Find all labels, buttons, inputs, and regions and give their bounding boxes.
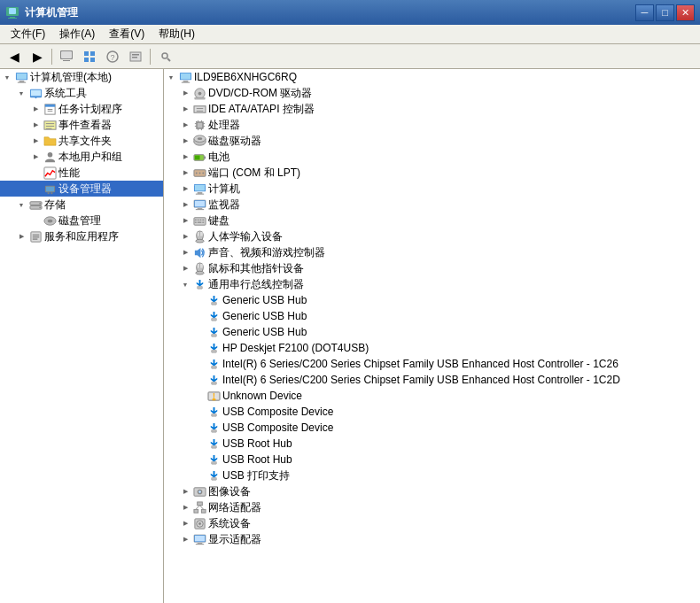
right-root[interactable]: ILD9EB6XNHGC6RQ [164, 69, 700, 85]
right-item-generic-hub-3[interactable]: Generic USB Hub [164, 324, 700, 340]
right-root-expander[interactable] [164, 70, 178, 84]
left-item-performance[interactable]: 性能 [0, 165, 163, 181]
usb-controller-icon [192, 277, 206, 291]
battery-expander[interactable] [178, 150, 192, 164]
system-tools-icon [28, 86, 43, 100]
toolbar-btn-help[interactable]: ? [102, 47, 123, 66]
right-item-mouse[interactable]: 鼠标和其他指针设备 [164, 260, 700, 276]
right-item-audio[interactable]: 声音、视频和游戏控制器 [164, 244, 700, 260]
right-item-usb-composite-1[interactable]: USB Composite Device [164, 404, 700, 420]
task-scheduler-expander[interactable] [28, 102, 43, 116]
left-item-storage[interactable]: 存储 [0, 197, 163, 213]
left-item-task-scheduler[interactable]: 任务计划程序 [0, 101, 163, 117]
right-item-cpu[interactable]: 处理器 [164, 117, 700, 133]
local-users-expander[interactable] [28, 150, 43, 164]
imaging-icon [192, 484, 206, 499]
menu-help[interactable]: 帮助(H) [152, 25, 202, 43]
right-item-network[interactable]: 网络适配器 [164, 499, 700, 515]
root-expander[interactable] [0, 70, 14, 84]
cpu-expander[interactable] [178, 118, 192, 132]
right-item-usb-controller[interactable]: 通用串行总线控制器 [164, 276, 700, 292]
forward-button[interactable]: ▶ [27, 47, 48, 66]
usb-controller-expander[interactable] [178, 277, 192, 291]
network-expander[interactable] [178, 500, 192, 514]
device-manager-label: 设备管理器 [58, 182, 112, 197]
right-item-ide[interactable]: IDE ATA/ATAPI 控制器 [164, 101, 700, 117]
port-expander[interactable] [178, 166, 192, 180]
left-item-event-viewer[interactable]: 事件查看器 [0, 117, 163, 133]
left-item-disk-management[interactable]: 磁盘管理 [0, 213, 163, 228]
svg-marker-104 [194, 247, 200, 257]
left-item-local-users[interactable]: 本地用户和组 [0, 149, 163, 165]
system-tools-expander[interactable] [14, 86, 28, 100]
display-expander[interactable] [178, 532, 192, 546]
disk-management-icon [43, 213, 57, 228]
computer-expander[interactable] [178, 182, 192, 196]
usb-print-icon [206, 468, 221, 483]
svg-point-41 [39, 202, 41, 204]
right-item-usb-composite-2[interactable]: USB Composite Device [164, 420, 700, 436]
audio-expander[interactable] [178, 245, 192, 259]
menu-action[interactable]: 操作(A) [52, 25, 102, 43]
right-item-disk[interactable]: 磁盘驱动器 [164, 133, 700, 149]
svg-point-24 [35, 97, 36, 98]
toolbar-btn-4[interactable] [154, 47, 175, 66]
right-item-port[interactable]: 端口 (COM 和 LPT) [164, 165, 700, 181]
right-item-intel-usb-1c26[interactable]: Intel(R) 6 Series/C200 Series Chipset Fa… [164, 356, 700, 372]
svg-rect-38 [51, 192, 52, 194]
right-item-imaging[interactable]: 图像设备 [164, 483, 700, 499]
shared-folders-expander[interactable] [28, 134, 43, 148]
keyboard-expander[interactable] [178, 213, 192, 228]
toolbar-btn-2[interactable] [79, 47, 100, 66]
maximize-button[interactable]: □ [656, 4, 674, 21]
mouse-expander[interactable] [178, 261, 192, 275]
toolbar-btn-3[interactable] [125, 47, 146, 66]
minimize-button[interactable]: ─ [635, 4, 654, 21]
svg-rect-113 [211, 334, 216, 336]
local-users-label: 本地用户和组 [58, 150, 122, 165]
svg-rect-130 [193, 509, 198, 513]
svg-rect-61 [197, 122, 202, 128]
imaging-expander[interactable] [178, 484, 192, 499]
back-button[interactable]: ◀ [4, 47, 25, 66]
right-item-generic-hub-2[interactable]: Generic USB Hub [164, 308, 700, 324]
right-item-intel-usb-1c2d[interactable]: Intel(R) 6 Series/C200 Series Chipset Fa… [164, 372, 700, 388]
svg-rect-1 [9, 8, 16, 14]
right-item-display[interactable]: 显示适配器 [164, 531, 700, 547]
dvd-expander[interactable] [178, 86, 192, 100]
left-item-device-manager[interactable]: 设备管理器 [0, 181, 163, 197]
right-item-unknown-device[interactable]: ! Unknown Device [164, 388, 700, 404]
system-devices-expander[interactable] [178, 516, 192, 530]
right-item-generic-hub-1[interactable]: Generic USB Hub [164, 292, 700, 308]
svg-rect-112 [211, 318, 216, 321]
right-item-monitor[interactable]: 监视器 [164, 197, 700, 213]
left-item-services[interactable]: 服务和应用程序 [0, 228, 163, 244]
right-item-usb-root-hub-1[interactable]: USB Root Hub [164, 436, 700, 452]
event-viewer-expander[interactable] [28, 118, 43, 132]
keyboard-icon [192, 213, 206, 228]
right-item-dvd[interactable]: DVD/CD-ROM 驱动器 [164, 85, 700, 101]
menu-file[interactable]: 文件(F) [4, 25, 52, 43]
toolbar-btn-1[interactable] [56, 47, 77, 66]
right-item-hp-printer[interactable]: HP Deskjet F2100 (DOT4USB) [164, 340, 700, 356]
right-item-hid[interactable]: 人体学输入设备 [164, 228, 700, 244]
menu-view[interactable]: 查看(V) [102, 25, 152, 43]
ide-expander[interactable] [178, 102, 192, 116]
right-item-system-devices[interactable]: 系统设备 [164, 515, 700, 531]
right-item-computer[interactable]: 计算机 [164, 181, 700, 197]
right-item-keyboard[interactable]: 键盘 [164, 213, 700, 228]
left-item-system-tools[interactable]: 系统工具 [0, 85, 163, 101]
left-panel[interactable]: 计算机管理(本地) 系统工具 [0, 69, 164, 603]
left-root[interactable]: 计算机管理(本地) [0, 69, 163, 85]
close-button[interactable]: ✕ [676, 4, 695, 21]
left-item-shared-folders[interactable]: 共享文件夹 [0, 133, 163, 149]
disk-expander[interactable] [178, 134, 192, 148]
right-panel[interactable]: ILD9EB6XNHGC6RQ DVD/CD-ROM 驱动器 [164, 69, 700, 603]
hid-expander[interactable] [178, 229, 192, 244]
storage-expander[interactable] [14, 197, 28, 212]
right-item-battery[interactable]: 电池 [164, 149, 700, 165]
services-expander[interactable] [14, 229, 28, 244]
right-item-usb-print[interactable]: USB 打印支持 [164, 468, 700, 483]
right-item-usb-root-hub-2[interactable]: USB Root Hub [164, 452, 700, 468]
monitor-expander[interactable] [178, 197, 192, 212]
